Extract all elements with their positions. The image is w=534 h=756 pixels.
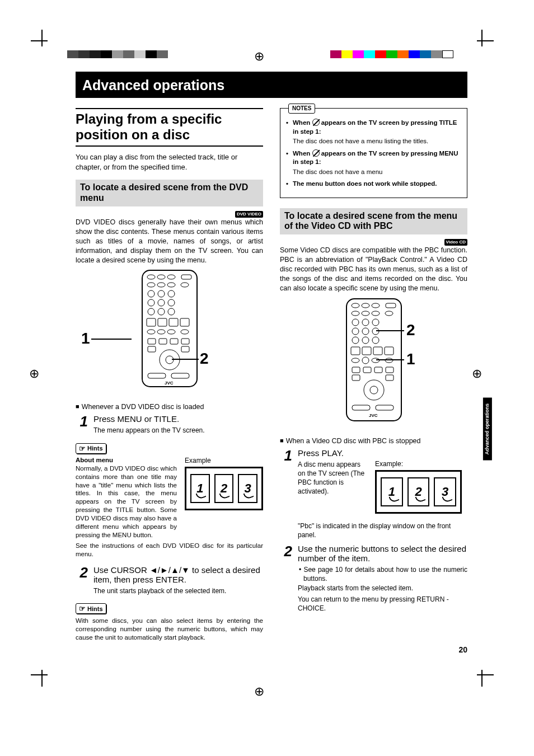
remote-diagram-vcd: JVC 2 1 <box>280 298 467 429</box>
side-tab: Advanced operations <box>483 398 492 461</box>
vcd-subheading: To locate a desired scene from the menu … <box>280 208 467 235</box>
dvd-step1-sub: The menu appears on the TV screen. <box>93 426 263 435</box>
vcd-step1-sub: A disc menu appears on the TV screen (Th… <box>298 460 365 496</box>
notes-box: NOTES When appears on the TV screen by p… <box>280 108 467 198</box>
section-heading: Playing from a specific position on a di… <box>76 108 263 147</box>
vcd-example-box: 1 2 3 <box>375 470 462 514</box>
notes-tag: NOTES <box>288 104 315 114</box>
registration-mark-right: ⊕ <box>472 367 482 381</box>
vcd-step2-main: Use the numeric buttons to select the de… <box>298 544 467 563</box>
vcd-step2-sub1: Playback starts from the selected item. <box>298 584 467 593</box>
hints-tag-2: Hints <box>76 603 106 614</box>
crop-corner <box>477 674 494 675</box>
vcd-badge: Video CD <box>444 239 467 246</box>
crop-corner <box>481 30 483 46</box>
vcd-step-num-1: 1 <box>280 448 292 539</box>
callout-2: 2 <box>406 321 415 339</box>
vcd-step2-sub2: You can return to the menu by pressing R… <box>298 595 467 613</box>
vcd-step2-bullet: See page 10 for details about how to use… <box>303 566 467 583</box>
crop-corner <box>41 670 43 687</box>
vcd-step1-main: Press PLAY. <box>298 448 467 458</box>
callout-1: 1 <box>81 330 90 348</box>
crop-corner <box>41 30 43 46</box>
colorbar-left <box>67 50 168 58</box>
registration-mark-top: ⊕ <box>254 49 264 64</box>
dvd-step2-sub: The unit starts playback of the selected… <box>93 586 263 595</box>
dvd-when-loaded: ■Whenever a DVD VIDEO disc is loaded <box>76 403 263 411</box>
dvd-subheading: To locate a desired scene from the DVD m… <box>76 180 263 206</box>
callout-2: 2 <box>200 350 209 368</box>
dvd-step1-main: Press MENU or TITLE. <box>93 414 263 424</box>
prohibit-icon <box>312 119 320 126</box>
page-number: 20 <box>458 645 467 654</box>
step-num-2: 2 <box>76 565 88 595</box>
svg-rect-0 <box>142 270 197 387</box>
callout-1: 1 <box>406 350 415 368</box>
crop-corner <box>481 670 483 687</box>
vcd-step-num-2: 2 <box>280 544 292 613</box>
about-menu-head: About menu <box>76 457 177 463</box>
colorbar-right <box>330 50 453 58</box>
dvd-badge: DVD VIDEO <box>235 211 263 218</box>
registration-mark-bottom: ⊕ <box>254 684 264 699</box>
dvd-body: DVD VIDEO discs generally have their own… <box>76 218 263 265</box>
registration-mark-left: ⊕ <box>29 367 39 381</box>
step-num-1: 1 <box>76 414 88 435</box>
dvd-step2-main: Use CURSOR ◄/►/▲/▼ to select a desired i… <box>93 565 263 584</box>
crop-corner <box>31 40 48 41</box>
remote-diagram-dvd: JVC 1 2 <box>76 269 263 395</box>
about-menu-body: Normally, a DVD VIDEO disc which contain… <box>76 464 177 539</box>
example-box: 1 2 3 <box>185 467 263 510</box>
vcd-body: Some Video CD discs are compatible with … <box>280 246 467 293</box>
hints-tag: Hints <box>76 443 106 454</box>
example-label: Example <box>185 457 263 464</box>
see-instructions: See the instructions of each DVD VIDEO d… <box>76 542 263 558</box>
section-intro: You can play a disc from the selected tr… <box>76 152 263 172</box>
vcd-when-stopped: ■When a Video CD disc with PBC is stoppe… <box>280 437 467 445</box>
svg-text:JVC: JVC <box>165 381 174 386</box>
vcd-pbc-indicated: "Pbc" is indicated in the display window… <box>298 522 467 539</box>
vcd-example-label: Example: <box>375 460 462 468</box>
crop-corner <box>477 40 494 41</box>
svg-text:JVC: JVC <box>369 413 378 418</box>
prohibit-icon <box>312 149 320 157</box>
chapter-title: Advanced operations <box>76 72 467 98</box>
dvd-hint2: With some discs, you can also select ite… <box>76 617 263 642</box>
crop-corner <box>31 674 48 675</box>
